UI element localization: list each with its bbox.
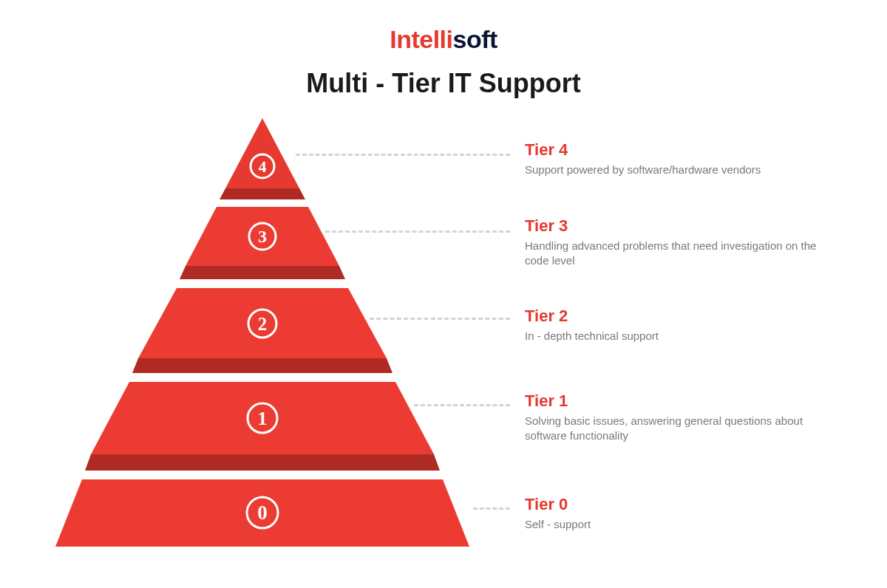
tier-3-description: Tier 3 Handling advanced problems that n… — [525, 216, 820, 267]
svg-marker-10 — [85, 454, 440, 471]
pyramid-tier-2: 2 — [132, 288, 392, 373]
tier-2-title: Tier 2 — [525, 307, 659, 326]
tier-2-badge: 2 — [258, 314, 268, 334]
logo: Intellisoft — [390, 25, 497, 54]
tier-0-text: Self - support — [525, 517, 591, 532]
tier-1-badge: 1 — [258, 408, 268, 429]
svg-marker-4 — [180, 266, 345, 279]
tier-1-title: Tier 1 — [525, 392, 820, 411]
pyramid-tier-4: 4 — [220, 118, 305, 199]
pyramid-tier-0: 0 — [55, 479, 469, 547]
tier-4-badge: 4 — [259, 157, 267, 176]
pyramid-tier-3: 3 — [180, 207, 345, 279]
connector-tier-3 — [325, 230, 510, 233]
connector-tier-4 — [296, 154, 510, 156]
tier-2-text: In - depth technical support — [525, 329, 659, 343]
tier-4-text: Support powered by software/hardware ven… — [525, 163, 761, 177]
tier-4-description: Tier 4 Support powered by software/hardw… — [525, 140, 761, 177]
tier-1-text: Solving basic issues, answering general … — [525, 414, 820, 442]
svg-marker-1 — [220, 188, 305, 199]
logo-part2: soft — [452, 25, 497, 53]
pyramid-diagram: .face { fill: #ec3b33; } .shadow { fill:… — [55, 118, 469, 554]
logo-part1: Intelli — [390, 25, 452, 53]
tier-0-badge: 0 — [257, 502, 268, 524]
tier-4-title: Tier 4 — [525, 140, 761, 160]
tier-3-badge: 3 — [258, 227, 267, 246]
tier-3-title: Tier 3 — [525, 216, 820, 236]
tier-0-description: Tier 0 Self - support — [525, 495, 591, 532]
tier-3-text: Handling advanced problems that need inv… — [525, 239, 820, 267]
connector-tier-2 — [370, 318, 510, 320]
tier-0-title: Tier 0 — [525, 495, 591, 514]
connector-tier-0 — [473, 507, 510, 510]
page-title: Multi - Tier IT Support — [306, 68, 580, 99]
tier-2-description: Tier 2 In - depth technical support — [525, 307, 659, 343]
pyramid-tier-1: 1 — [85, 382, 440, 471]
connector-tier-1 — [414, 404, 510, 406]
svg-marker-7 — [132, 358, 392, 373]
tier-1-description: Tier 1 Solving basic issues, answering g… — [525, 392, 820, 442]
